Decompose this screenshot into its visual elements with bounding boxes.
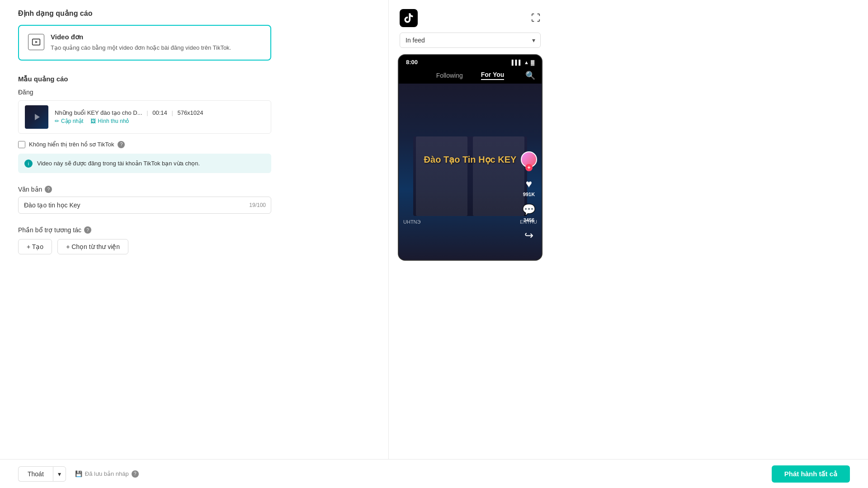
image-icon: 🖼 <box>90 118 96 124</box>
text-input-section: Văn bản ? 19/100 <box>18 186 370 214</box>
avatar-wrapper: + <box>521 151 537 168</box>
chevron-down-icon: ▾ <box>58 470 61 478</box>
update-button[interactable]: ✏ Cập nhật <box>55 118 83 124</box>
like-count: 991K <box>523 192 535 197</box>
exit-button[interactable]: Thoát <box>18 466 53 482</box>
text-input-label: Văn bản ? <box>18 186 370 193</box>
video-bottom-text: UHTNЭ ENTHU <box>399 219 542 225</box>
video-action-row: ✏ Cập nhật 🖼 Hình thu nhỏ <box>55 118 264 124</box>
interaction-info-icon[interactable]: ? <box>84 226 91 234</box>
right-panel: In feed 8:00 ▌▌▌ ▲ ▓ Following For You 🔍 <box>389 0 552 488</box>
comment-icon: 💬 <box>522 203 536 216</box>
nav-for-you: For You <box>481 71 505 80</box>
nav-following: Following <box>436 72 463 79</box>
phone-nav: Following For You 🔍 <box>399 67 542 84</box>
ad-format-section: Định dạng quảng cáo Video đơn Tạo quảng … <box>18 9 370 61</box>
comment-action: 💬 3456 <box>522 203 536 223</box>
hide-profile-checkbox[interactable] <box>18 141 25 148</box>
checkbox-label: Không hiển thị trên hồ sơ TikTok <box>29 141 114 148</box>
video-thumb-inner <box>25 105 48 129</box>
feed-selector[interactable]: In feed <box>400 33 541 48</box>
signal-icon: ▌▌▌ <box>512 60 522 65</box>
create-interaction-button[interactable]: + Tạo <box>18 239 52 254</box>
heart-icon: ♥ <box>526 178 532 190</box>
video-single-card[interactable]: Video đơn Tạo quảng cáo bằng một video đ… <box>18 25 271 61</box>
publish-button[interactable]: Phát hành tất cả <box>772 465 850 483</box>
page-footer: Thoát ▾ 💾 Đã lưu bản nháp ? Phát hành tấ… <box>0 459 868 488</box>
wifi-icon: ▲ <box>524 60 529 65</box>
info-box-text: Video này sẽ được đăng trong tài khoản T… <box>37 159 200 168</box>
share-icon: ↪ <box>524 229 533 242</box>
ad-text-input[interactable] <box>18 197 271 214</box>
text-info-icon[interactable]: ? <box>45 186 52 193</box>
svg-marker-1 <box>35 41 38 43</box>
footer-left: Thoát ▾ 💾 Đã lưu bản nháp ? <box>18 466 139 482</box>
exit-dropdown-button[interactable]: ▾ <box>53 466 66 482</box>
status-icons: ▌▌▌ ▲ ▓ <box>512 60 534 65</box>
status-time: 8:00 <box>406 59 418 66</box>
saved-status: 💾 Đã lưu bản nháp ? <box>75 470 139 478</box>
ad-format-text: Video đơn Tạo quảng cáo bằng một video đ… <box>51 33 231 52</box>
feed-selector-wrapper: In feed <box>400 33 541 48</box>
sample-section-title: Mẫu quảng cáo <box>18 75 370 83</box>
choose-library-button[interactable]: + Chọn từ thư viện <box>57 239 128 254</box>
char-count: 19/100 <box>249 202 266 208</box>
interaction-section: Phần bổ trợ tương tác ? + Tạo + Chọn từ … <box>18 226 370 254</box>
video-text-left2: UHTNЭ <box>403 219 420 225</box>
saved-info-icon[interactable]: ? <box>132 470 139 478</box>
ad-format-desc: Tạo quảng cáo bằng một video đơn hoặc bà… <box>51 43 231 52</box>
save-icon: 💾 <box>75 470 82 477</box>
phone-mockup: 8:00 ▌▌▌ ▲ ▓ Following For You 🔍 <box>398 54 542 261</box>
expand-icon[interactable] <box>531 13 541 24</box>
follow-plus-icon: + <box>525 164 533 171</box>
ad-format-title: Video đơn <box>51 33 231 41</box>
left-panel: Định dạng quảng cáo Video đơn Tạo quảng … <box>0 0 389 488</box>
video-info: Những buổi KEY đào tạo cho D... | 00:14 … <box>55 109 264 124</box>
video-name: Những buổi KEY đào tạo cho D... | 00:14 … <box>55 109 264 116</box>
video-thumbnail <box>25 105 48 129</box>
video-row: Những buổi KEY đào tạo cho D... | 00:14 … <box>18 100 271 134</box>
video-scene <box>413 136 528 216</box>
post-label: Đăng <box>18 89 370 96</box>
tiktok-logo <box>400 9 418 27</box>
person-silhouette-1 <box>416 136 467 216</box>
phone-status-bar: 8:00 ▌▌▌ ▲ ▓ <box>399 55 542 67</box>
video-right-actions: + ♥ 991K 💬 3456 ↪ <box>521 151 537 242</box>
ad-format-section-title: Định dạng quảng cáo <box>18 9 370 18</box>
info-circle-icon: i <box>24 160 33 168</box>
search-nav-icon[interactable]: 🔍 <box>525 70 535 80</box>
phone-video-area: Đào Tạo Tin Học KEY UHTNЭ ENTHU + ♥ 991K <box>399 84 542 260</box>
thumbnail-button[interactable]: 🖼 Hình thu nhỏ <box>90 118 129 124</box>
share-action: ↪ <box>524 229 533 242</box>
person-silhouette-2 <box>473 136 524 216</box>
video-format-icon <box>28 34 44 50</box>
phone-header <box>400 9 541 27</box>
checkbox-info-icon[interactable]: ? <box>118 141 125 148</box>
interaction-label: Phần bổ trợ tương tác ? <box>18 226 370 234</box>
comment-count: 3456 <box>524 217 534 223</box>
like-action: ♥ 991K <box>523 178 535 197</box>
svg-marker-2 <box>35 114 40 120</box>
sample-section: Mẫu quảng cáo Đăng Những buổi KEY đào tạ… <box>18 75 370 174</box>
battery-icon: ▓ <box>531 60 534 65</box>
edit-icon: ✏ <box>55 118 59 124</box>
info-box: i Video này sẽ được đăng trong tài khoản… <box>18 154 271 174</box>
text-input-wrapper: 19/100 <box>18 197 271 214</box>
interaction-buttons: + Tạo + Chọn từ thư viện <box>18 239 370 254</box>
checkbox-row: Không hiển thị trên hồ sơ TikTok ? <box>18 141 271 148</box>
video-title-overlay: Đào Tạo Tin Học KEY <box>424 154 517 165</box>
